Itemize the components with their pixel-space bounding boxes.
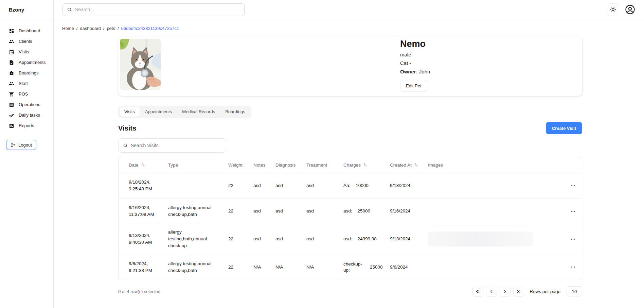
visits-title: Visits <box>118 124 136 132</box>
charge-value: 25000 <box>370 264 383 271</box>
edit-pet-button[interactable]: Edit Pet <box>400 80 427 91</box>
cell-images <box>428 232 559 246</box>
sidebar-nav: DashboardClientsVisitsAppointmentsBoardi… <box>0 19 53 131</box>
visit-row[interactable]: 9/6/2024,9:21:38 PMallergy testing,annua… <box>119 254 582 280</box>
sidebar-item-staff[interactable]: Staff <box>9 78 53 89</box>
logout-button[interactable]: Logout <box>6 140 36 150</box>
more-horizontal-icon <box>570 183 576 189</box>
pet-name: Nemo <box>400 38 430 49</box>
tab-boardings[interactable]: Boardings <box>220 107 250 117</box>
users-icon <box>9 39 14 44</box>
cell-treatment: N/A <box>306 264 343 271</box>
charge-value: 24999.98 <box>358 236 377 242</box>
cell-created-at: 9/13/2024 <box>390 236 428 242</box>
column-label: Date <box>129 162 139 168</box>
time-line: 8:40:30 AM <box>129 240 152 245</box>
column-header-type: Type <box>168 162 228 168</box>
next-page-button[interactable] <box>500 286 511 297</box>
cell-notes: asd <box>253 208 275 215</box>
date-line: 9/16/2024, <box>129 205 150 210</box>
search-icon <box>67 7 72 12</box>
visit-row[interactable]: 9/13/2024,8:40:30 AMallergy testing,bath… <box>119 224 582 254</box>
topbar <box>54 0 644 19</box>
logout-label: Logout <box>18 142 32 148</box>
column-header-charges[interactable]: Charges <box>343 162 390 168</box>
cell-created-at: 9/16/2024 <box>390 208 428 215</box>
row-actions-button[interactable] <box>568 206 578 217</box>
cell-type: allergy testing,bath,annual check-up <box>168 229 213 249</box>
sidebar-item-reports[interactable]: Reports <box>9 120 53 131</box>
column-label: Diagnosis <box>275 162 296 168</box>
charge-value: 10000 <box>356 182 369 189</box>
create-visit-button[interactable]: Create Visit <box>546 122 582 134</box>
breadcrumb: Home/dashboard/pets/66dbd4c343821139c472… <box>54 19 644 31</box>
rows-per-page-select[interactable]: 10 <box>567 286 582 296</box>
cell-created-at: 9/18/2024 <box>390 182 428 189</box>
account-menu-button[interactable] <box>625 4 635 15</box>
breadcrumb-separator: / <box>118 26 119 31</box>
column-header-created-at[interactable]: Created At <box>390 162 428 168</box>
cell-type: allergy testing,annual check-up,bath <box>168 204 213 218</box>
cell-treatment: asd <box>306 236 343 242</box>
sidebar-item-operations[interactable]: Operations <box>9 99 53 110</box>
cell-weight: 22 <box>228 182 253 189</box>
column-header-date[interactable]: Date <box>129 162 168 168</box>
column-header-notes: Notes <box>253 162 275 168</box>
breadcrumb-link-pets[interactable]: pets <box>107 26 115 31</box>
cell-diagnosis: asd <box>275 182 306 189</box>
row-actions-button[interactable] <box>568 262 578 273</box>
sidebar-item-boardings[interactable]: Boardings <box>9 68 53 78</box>
cell-charges: asd:25000 <box>343 208 390 215</box>
charge-label: asd: <box>343 208 352 214</box>
breadcrumb-link-home[interactable]: Home <box>62 26 74 31</box>
sidebar-item-appointments[interactable]: Appointments <box>9 57 53 68</box>
cell-diagnosis: N/A <box>275 264 306 271</box>
cart-icon <box>9 91 14 97</box>
breadcrumb-link-dashboard[interactable]: dashboard <box>80 26 101 31</box>
sort-arrows-icon <box>414 162 418 167</box>
appointment-check-icon <box>9 60 14 65</box>
sidebar-item-daily-tasks[interactable]: Daily tasks <box>9 110 53 120</box>
tab-medical-records[interactable]: Medical Records <box>177 107 220 117</box>
sidebar-item-label: Clients <box>19 39 32 44</box>
visits-search-input[interactable] <box>131 143 221 148</box>
row-actions-button[interactable] <box>568 234 578 244</box>
visits-table: DateTypeWeightNotesDiagnosisTreatmentCha… <box>118 157 582 280</box>
visits-search[interactable] <box>118 138 226 153</box>
row-actions-button[interactable] <box>568 180 578 191</box>
sidebar-item-dashboard[interactable]: Dashboard <box>9 25 53 36</box>
cell-diagnosis: asd <box>275 236 306 242</box>
sort-arrows-icon <box>141 162 145 167</box>
visit-row[interactable]: 9/16/2024,11:37:09 AMallergy testing,ann… <box>119 199 582 224</box>
theme-toggle-button[interactable] <box>607 3 619 16</box>
brand-logo: Bzony <box>0 0 53 19</box>
cell-treatment: asd <box>306 208 343 215</box>
sidebar-item-pos[interactable]: POS <box>9 89 53 99</box>
sidebar-item-visits[interactable]: Visits <box>9 47 53 57</box>
sort-arrows-icon <box>363 162 368 167</box>
column-header-weight: Weight <box>228 162 253 168</box>
rows-per-page-label: Rows per page <box>530 289 560 294</box>
cell-charges: Aa:10000 <box>343 182 390 189</box>
cell-created-at: 9/6/2024 <box>390 264 428 271</box>
visits-section-header: Visits Create Visit <box>118 122 582 134</box>
visit-row[interactable]: 9/18/2024,9:25:49 PM22asdasdasdAa:100009… <box>119 173 582 199</box>
cell-diagnosis: asd <box>275 208 306 215</box>
column-label: Treatment <box>306 162 327 168</box>
last-page-button[interactable] <box>513 286 524 297</box>
first-page-button[interactable] <box>472 286 483 297</box>
time-line: 9:25:49 PM <box>129 186 152 191</box>
previous-page-button[interactable] <box>486 286 497 297</box>
tab-visits[interactable]: Visits <box>120 107 140 117</box>
image-thumbnail-placeholder[interactable] <box>428 232 533 246</box>
cell-date: 9/16/2024,11:37:09 AM <box>129 204 168 218</box>
table-footer: 0 of 4 row(s) selected. Rows per page 10 <box>118 286 582 297</box>
breadcrumb-current[interactable]: 66dbd4c343821139c472b7c1 <box>121 26 179 31</box>
global-search[interactable] <box>62 3 245 16</box>
visits-table-header: DateTypeWeightNotesDiagnosisTreatmentCha… <box>119 157 582 173</box>
tab-appointments[interactable]: Appointments <box>140 107 177 117</box>
sidebar-item-clients[interactable]: Clients <box>9 36 53 47</box>
cell-weight: 22 <box>228 264 253 271</box>
global-search-input[interactable] <box>75 7 240 12</box>
sidebar-item-label: Appointments <box>19 60 46 65</box>
